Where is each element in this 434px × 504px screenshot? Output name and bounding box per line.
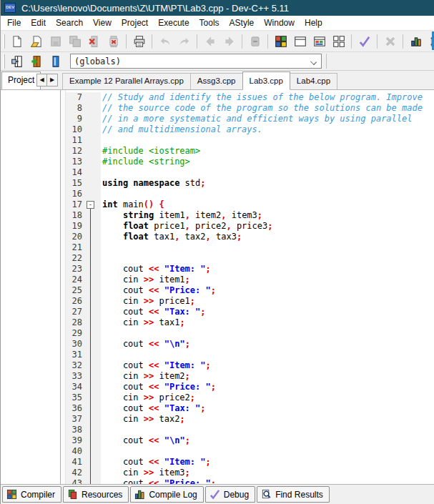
code-text: cin >> item3; xyxy=(101,468,434,478)
editor-tab-lab4-cpp[interactable]: Lab4.cpp xyxy=(290,73,337,89)
profile-chart-button[interactable] xyxy=(407,32,425,50)
new-source-button[interactable] xyxy=(8,52,26,70)
line-number: 32 xyxy=(66,360,85,371)
line-number: 22 xyxy=(66,253,85,264)
fold-margin xyxy=(85,328,101,339)
menu-astyle[interactable]: AStyle xyxy=(225,16,260,29)
tab-debug[interactable]: Debug xyxy=(205,486,255,503)
code-text xyxy=(101,242,434,253)
line-number: 23 xyxy=(66,264,85,275)
remove-from-project-button[interactable] xyxy=(46,52,64,70)
code-line: 31 xyxy=(66,350,434,360)
abort-button[interactable] xyxy=(381,32,399,50)
class-browser-select[interactable]: (globals) xyxy=(70,54,322,69)
line-number: 27 xyxy=(66,307,85,317)
fold-margin xyxy=(85,146,101,157)
project-report-icon xyxy=(313,35,326,48)
tab-row: Project ◀ ▶ Example 12 Parallel Arrays.c… xyxy=(1,71,434,90)
code-lines: 7// Study and identify the issues of the… xyxy=(66,92,434,484)
print-button[interactable] xyxy=(130,32,148,50)
new-project-button[interactable] xyxy=(272,32,290,50)
fold-margin xyxy=(85,339,101,350)
toolbar-separator xyxy=(126,34,127,49)
fold-margin xyxy=(85,135,101,146)
goto-button[interactable] xyxy=(246,32,264,50)
line-number: 11 xyxy=(66,135,85,146)
editor-tab-example-12-parallel-arrays-cpp[interactable]: Example 12 Parallel Arrays.cpp xyxy=(62,73,191,89)
menu-execute[interactable]: Execute xyxy=(153,16,194,29)
code-line: 35 cin >> price2; xyxy=(66,392,434,403)
editor-tab-assg3-cpp[interactable]: Assg3.cpp xyxy=(190,73,243,89)
menu-help[interactable]: Help xyxy=(300,16,327,29)
code-text: cout << "Item: "; xyxy=(101,360,434,371)
back-button[interactable] xyxy=(201,32,219,50)
redo-button[interactable] xyxy=(175,32,193,50)
panel-splitter[interactable] xyxy=(61,90,66,484)
new-file-button[interactable] xyxy=(8,32,26,50)
menu-file[interactable]: File xyxy=(2,16,26,29)
menu-view[interactable]: View xyxy=(88,16,117,29)
line-number: 31 xyxy=(66,350,85,360)
fold-margin xyxy=(85,446,101,457)
undo-button[interactable] xyxy=(156,32,174,50)
window-grid-button[interactable] xyxy=(330,32,347,50)
line-number: 24 xyxy=(66,275,85,285)
tab-find-results[interactable]: Find Results xyxy=(257,486,330,503)
code-line: 30 cout << "\n"; xyxy=(66,339,434,350)
code-text xyxy=(101,167,434,178)
code-text: float tax1, tax2, tax3; xyxy=(101,232,434,242)
tab-resources[interactable]: Resources xyxy=(63,486,129,503)
editor-tab-lab3-cpp[interactable]: Lab3.cpp xyxy=(242,71,290,90)
toolbar-grip[interactable] xyxy=(3,34,5,49)
add-to-project-icon xyxy=(30,55,43,68)
code-line: 10// and multidimensional arrays. xyxy=(66,124,434,135)
project-panel[interactable] xyxy=(1,90,61,484)
line-number: 8 xyxy=(66,103,85,114)
scroll-left-icon[interactable]: ◀ xyxy=(37,74,47,86)
goto-icon xyxy=(249,35,262,48)
code-text: cout << "Item: "; xyxy=(101,457,434,468)
remove-from-project-icon xyxy=(49,55,62,68)
forward-button[interactable] xyxy=(220,32,238,50)
menu-edit[interactable]: Edit xyxy=(26,16,51,29)
open-window-button[interactable] xyxy=(291,32,309,50)
menu-tools[interactable]: Tools xyxy=(194,16,225,29)
save-all-button[interactable] xyxy=(66,32,84,50)
syntax-check-button[interactable] xyxy=(355,32,373,50)
line-number: 12 xyxy=(66,146,85,157)
fold-collapse-icon[interactable]: - xyxy=(87,201,94,209)
project-tab-zone: Project ◀ ▶ xyxy=(1,70,62,89)
code-text: cin >> item1; xyxy=(101,275,434,285)
main-toolbar: TDM-G xyxy=(1,30,434,51)
code-text: // Study and identify the issues of the … xyxy=(101,92,434,103)
tab-compiler[interactable]: Compiler xyxy=(2,486,61,503)
tab-project[interactable]: Project xyxy=(1,71,41,89)
code-text: cin >> tax1; xyxy=(101,317,434,328)
title-bar[interactable]: C:\Users\lenovo\Documents\Z\UTM\PT\Lab3.… xyxy=(1,0,434,16)
code-line: 37 cin >> tax2; xyxy=(66,414,434,425)
menu-search[interactable]: Search xyxy=(51,16,88,29)
code-editor[interactable]: 7// Study and identify the issues of the… xyxy=(66,90,434,484)
code-line: 14 xyxy=(66,167,434,178)
line-number: 37 xyxy=(66,414,85,425)
line-number: 41 xyxy=(66,457,85,468)
fold-margin xyxy=(85,425,101,435)
fold-margin xyxy=(85,468,101,478)
add-to-project-button[interactable] xyxy=(27,52,45,70)
save-button[interactable] xyxy=(46,32,64,50)
line-number: 15 xyxy=(66,178,85,189)
project-report-button[interactable] xyxy=(310,32,328,50)
toolbar-grip[interactable] xyxy=(3,54,5,69)
close-file-button[interactable] xyxy=(85,32,103,50)
tab-compile-log[interactable]: Compile Log xyxy=(130,486,203,503)
menu-project[interactable]: Project xyxy=(117,16,153,29)
code-line: 22 xyxy=(66,253,434,264)
open-file-button[interactable] xyxy=(27,32,45,50)
scroll-right-icon[interactable]: ▶ xyxy=(47,74,57,86)
redo-icon xyxy=(178,35,191,48)
new-source-icon xyxy=(11,55,24,68)
close-all-button[interactable] xyxy=(104,32,122,50)
code-line: 19 float price1, price2, price3; xyxy=(66,221,434,232)
tab-compile-log-label: Compile Log xyxy=(149,490,197,500)
menu-window[interactable]: Window xyxy=(259,16,300,29)
